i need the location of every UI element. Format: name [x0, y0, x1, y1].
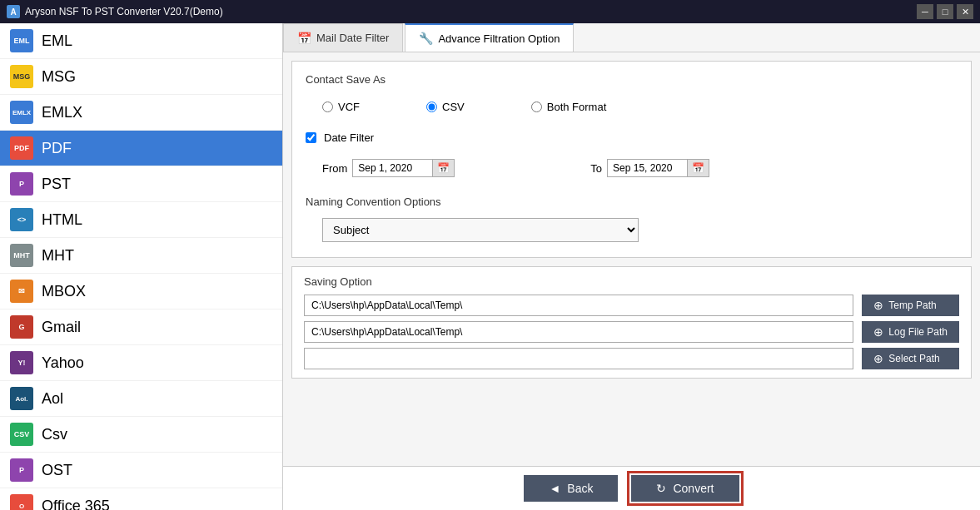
sidebar-label-pst: PST — [42, 176, 71, 193]
sidebar-icon-office365: O — [10, 494, 33, 510]
sidebar-label-office365: Office 365 — [42, 498, 110, 511]
sidebar-item-aol[interactable]: Aol.Aol — [0, 381, 282, 417]
sidebar-item-mht[interactable]: MHTMHT — [0, 238, 282, 274]
sidebar: EMLEMLMSGMSGEMLXEMLXPDFPDFPPST<>HTMLMHTM… — [0, 23, 283, 510]
sidebar-item-office365[interactable]: OOffice 365 — [0, 488, 282, 510]
sidebar-label-mht: MHT — [42, 247, 74, 265]
radio-both-format-input[interactable] — [531, 102, 542, 112]
tab-bar: 📅 Mail Date Filter 🔧 Advance Filtration … — [283, 23, 980, 52]
sidebar-icon-mht: MHT — [10, 244, 33, 267]
log-file-path-button[interactable]: ⊕ Log File Path — [862, 321, 959, 343]
tab-advance-filtration-label: Advance Filtration Option — [438, 32, 560, 45]
sidebar-item-mbox[interactable]: ✉MBOX — [0, 274, 282, 309]
temp-path-label: Temp Path — [888, 300, 936, 311]
sidebar-item-gmail[interactable]: GGmail — [0, 309, 282, 345]
sidebar-label-ost: OST — [42, 462, 72, 479]
contact-save-as-options: VCF CSV Both Format — [306, 94, 958, 120]
top-panel: Contact Save As VCF CSV Both Format — [291, 61, 972, 258]
radio-both-format-label: Both Format — [547, 101, 607, 113]
sidebar-icon-yahoo: Y! — [10, 351, 33, 374]
sidebar-icon-emlx: EMLX — [10, 101, 33, 124]
select-path-input[interactable] — [304, 348, 853, 369]
sidebar-label-csv: Csv — [42, 426, 67, 443]
temp-path-input[interactable] — [304, 295, 853, 316]
from-date-input[interactable] — [353, 160, 432, 176]
date-from: From 📅 — [322, 159, 455, 177]
date-fields: From 📅 To 📅 — [306, 152, 958, 184]
to-date-wrapper: 📅 — [607, 159, 709, 177]
naming-convention-select[interactable]: Subject Date Sender Recipient — [322, 218, 639, 242]
radio-vcf-label: VCF — [338, 101, 360, 113]
sidebar-icon-pdf: PDF — [10, 136, 33, 160]
date-filter-section: Date Filter From 📅 To — [306, 131, 958, 184]
log-file-path-input[interactable] — [304, 321, 853, 343]
temp-path-button[interactable]: ⊕ Temp Path — [862, 295, 959, 316]
sidebar-item-eml[interactable]: EMLEML — [0, 23, 282, 59]
naming-select-wrapper: Subject Date Sender Recipient — [306, 215, 958, 245]
from-calendar-button[interactable]: 📅 — [432, 160, 454, 176]
temp-path-icon: ⊕ — [873, 299, 883, 312]
content-area: Contact Save As VCF CSV Both Format — [283, 52, 980, 466]
sidebar-item-pst[interactable]: PPST — [0, 166, 282, 202]
sidebar-label-mbox: MBOX — [42, 283, 86, 300]
sidebar-icon-csv: CSV — [10, 423, 33, 446]
sidebar-item-html[interactable]: <>HTML — [0, 202, 282, 238]
close-button[interactable]: ✕ — [957, 4, 973, 19]
saving-option-label: Saving Option — [304, 275, 959, 288]
tab-mail-date-filter-label: Mail Date Filter — [316, 32, 389, 44]
sidebar-icon-pst: P — [10, 172, 33, 196]
saving-buttons: ⊕ Temp Path ⊕ Log File Path ⊕ Select Pat… — [862, 295, 959, 369]
minimize-button[interactable]: ─ — [917, 4, 933, 19]
from-label: From — [322, 162, 347, 175]
sidebar-label-msg: MSG — [42, 68, 76, 86]
sidebar-label-gmail: Gmail — [42, 319, 81, 336]
convert-button[interactable]: ↻ Convert — [631, 475, 739, 502]
date-filter-label: Date Filter — [324, 131, 374, 144]
title-bar: A Aryson NSF To PST Converter V20.7(Demo… — [0, 0, 980, 23]
sidebar-item-emlx[interactable]: EMLXEMLX — [0, 95, 282, 131]
sidebar-item-pdf[interactable]: PDFPDF — [0, 131, 282, 166]
date-filter-header: Date Filter — [306, 131, 958, 144]
sidebar-item-msg[interactable]: MSGMSG — [0, 59, 282, 95]
sidebar-item-yahoo[interactable]: Y!Yahoo — [0, 345, 282, 381]
from-date-wrapper: 📅 — [352, 159, 455, 177]
bottom-bar: ◄ Back ↻ Convert — [283, 466, 980, 510]
radio-vcf-input[interactable] — [322, 102, 333, 112]
to-label: To — [590, 162, 602, 175]
sidebar-icon-aol: Aol. — [10, 387, 33, 410]
sidebar-icon-ost: P — [10, 458, 33, 482]
sidebar-item-ost[interactable]: POST — [0, 453, 282, 488]
title-bar-title: Aryson NSF To PST Converter V20.7(Demo) — [25, 6, 223, 17]
radio-csv-input[interactable] — [426, 102, 437, 112]
saving-inputs — [304, 295, 853, 369]
to-calendar-button[interactable]: 📅 — [687, 160, 709, 176]
sidebar-label-aol: Aol — [42, 390, 63, 408]
sidebar-label-emlx: EMLX — [42, 104, 82, 121]
filter-icon: 🔧 — [419, 32, 433, 45]
select-path-icon: ⊕ — [873, 352, 883, 365]
sidebar-icon-msg: MSG — [10, 65, 33, 88]
log-file-path-label: Log File Path — [888, 326, 948, 338]
sidebar-icon-html: <> — [10, 208, 33, 231]
date-filter-checkbox-label[interactable]: Date Filter — [306, 131, 374, 144]
tab-advance-filtration[interactable]: 🔧 Advance Filtration Option — [405, 23, 574, 52]
maximize-button[interactable]: □ — [937, 4, 953, 19]
calendar-icon: 📅 — [297, 32, 311, 45]
radio-both-format[interactable]: Both Format — [531, 101, 607, 113]
back-button[interactable]: ◄ Back — [524, 475, 618, 502]
radio-vcf[interactable]: VCF — [322, 101, 360, 113]
tab-mail-date-filter[interactable]: 📅 Mail Date Filter — [283, 23, 403, 52]
select-path-button[interactable]: ⊕ Select Path — [862, 348, 959, 369]
radio-csv[interactable]: CSV — [426, 101, 465, 113]
sidebar-item-csv[interactable]: CSVCsv — [0, 417, 282, 453]
select-path-label: Select Path — [888, 353, 939, 364]
sidebar-label-yahoo: Yahoo — [42, 354, 84, 372]
to-date-input[interactable] — [608, 160, 687, 176]
date-filter-checkbox[interactable] — [306, 132, 316, 143]
date-to: To 📅 — [590, 159, 709, 177]
contact-save-as-label: Contact Save As — [306, 73, 958, 86]
naming-convention-section: Naming Convention Options Subject Date S… — [306, 196, 958, 245]
sidebar-label-eml: EML — [42, 32, 72, 50]
radio-csv-label: CSV — [442, 101, 465, 113]
naming-convention-label: Naming Convention Options — [306, 196, 958, 208]
